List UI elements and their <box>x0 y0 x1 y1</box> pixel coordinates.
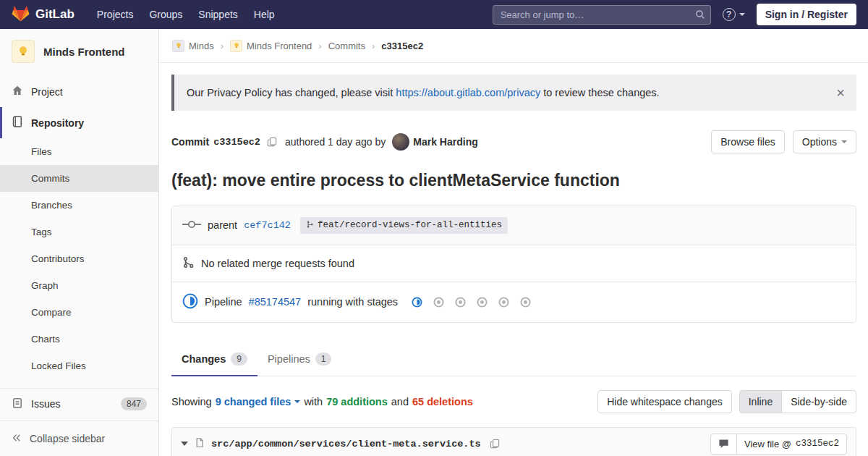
sidebar-item-tags[interactable]: Tags <box>0 219 158 245</box>
sidebar-item-issues[interactable]: Issues 847 <box>0 388 158 419</box>
file-icon <box>195 437 205 450</box>
branch-ref-badge[interactable]: feat/record-views-for-all-entities <box>300 217 508 234</box>
project-name: Minds Frontend <box>43 46 125 58</box>
search-input[interactable] <box>493 5 711 25</box>
file-path-link[interactable]: src/app/common/services/client-meta.serv… <box>211 439 481 449</box>
collapse-label: Collapse sidebar <box>30 433 105 444</box>
project-sidebar: Minds Frontend Project Repository Files … <box>0 29 159 456</box>
breadcrumb-minds[interactable]: Minds <box>172 40 214 52</box>
pipeline-stages <box>412 297 531 308</box>
breadcrumb-minds-frontend[interactable]: Minds Frontend <box>230 40 312 52</box>
sidebar-item-contributors[interactable]: Contributors <box>0 245 158 272</box>
nav-groups[interactable]: Groups <box>141 0 190 29</box>
parent-sha-link[interactable]: cef7c142 <box>244 220 291 231</box>
breadcrumb-label: Minds Frontend <box>247 41 312 51</box>
browse-files-button[interactable]: Browse files <box>711 130 784 153</box>
additions-count: 79 additions <box>326 396 388 408</box>
options-dropdown-button[interactable]: Options <box>793 130 856 153</box>
pipelines-count-badge: 1 <box>315 352 332 366</box>
issues-count-badge: 847 <box>121 397 147 410</box>
author-avatar <box>392 133 409 151</box>
copy-path-button[interactable] <box>488 439 502 449</box>
sidebar-item-branches[interactable]: Branches <box>0 192 158 219</box>
brand-name: GitLab <box>35 7 75 22</box>
tab-pipelines[interactable]: Pipelines 1 <box>258 343 342 376</box>
search-icon <box>695 9 705 22</box>
stage-created-icon[interactable] <box>433 297 444 308</box>
breadcrumb-separator: › <box>318 41 321 51</box>
stage-created-icon[interactable] <box>455 297 466 308</box>
no-merge-requests-text: No related merge requests found <box>201 258 354 269</box>
inline-view-button[interactable]: Inline <box>739 390 782 413</box>
view-file-button[interactable]: View file @ c3315ec2 <box>736 434 847 455</box>
side-by-side-view-button[interactable]: Side-by-side <box>781 390 856 413</box>
commit-tabs: Changes 9 Pipelines 1 <box>171 343 856 376</box>
banner-text: Our Privacy Policy has changed, please v… <box>187 87 396 98</box>
sidebar-item-project[interactable]: Project <box>0 76 158 107</box>
collapse-sidebar-button[interactable]: Collapse sidebar <box>0 421 158 456</box>
tab-changes[interactable]: Changes 9 <box>171 343 258 376</box>
question-icon: ? <box>723 8 736 21</box>
breadcrumb-separator: › <box>372 41 375 51</box>
broadcast-banner: Our Privacy Policy has changed, please v… <box>171 75 856 111</box>
help-menu[interactable]: ? <box>723 8 745 21</box>
privacy-policy-link[interactable]: https://about.gitlab.com/privacy <box>396 87 540 98</box>
pipeline-row: Pipeline #85174547 running with stages <box>172 282 856 322</box>
changed-files-dropdown[interactable]: 9 changed files <box>216 396 301 408</box>
pipeline-running-icon[interactable] <box>182 293 198 311</box>
sidebar-item-label: Project <box>31 86 63 98</box>
hide-whitespace-button[interactable]: Hide whitespace changes <box>597 390 732 413</box>
sidebar-project-header[interactable]: Minds Frontend <box>0 29 158 76</box>
top-navbar: GitLab Projects Groups Snippets Help ? S… <box>0 0 868 29</box>
options-label: Options <box>802 136 837 148</box>
showing-label: Showing <box>171 396 212 408</box>
commit-icon <box>182 219 201 232</box>
file-action-buttons: View file @ c3315ec2 <box>710 434 847 455</box>
sidebar-item-charts[interactable]: Charts <box>0 326 158 352</box>
commit-actions: Browse files Options <box>711 130 856 153</box>
sidebar-item-graph[interactable]: Graph <box>0 272 158 299</box>
parent-label: parent <box>208 219 237 231</box>
collapse-diff-icon[interactable] <box>181 442 188 446</box>
sign-in-button[interactable]: Sign in / Register <box>757 4 856 25</box>
stage-created-icon[interactable] <box>477 297 488 308</box>
stage-created-icon[interactable] <box>520 297 531 308</box>
sidebar-item-repository[interactable]: Repository <box>0 107 158 138</box>
parent-row: parent cef7c142 feat/record-views-for-al… <box>172 206 856 245</box>
copy-sha-button[interactable] <box>265 137 279 147</box>
deletions-count: 65 deletions <box>412 396 473 408</box>
merge-request-icon <box>182 256 195 271</box>
diff-stats-bar: Showing 9 changed files with 79 addition… <box>171 390 856 413</box>
sidebar-item-commits[interactable]: Commits <box>0 165 158 192</box>
nav-projects[interactable]: Projects <box>89 0 142 29</box>
author-name-link[interactable]: Mark Harding <box>413 136 477 148</box>
tab-label: Pipelines <box>268 353 310 365</box>
nav-help[interactable]: Help <box>246 0 283 29</box>
stage-created-icon[interactable] <box>498 297 509 308</box>
breadcrumb-current-sha: c3315ec2 <box>381 41 423 51</box>
home-icon <box>12 85 23 98</box>
pipeline-suffix: running with stages <box>307 296 398 308</box>
group-avatar <box>172 40 184 52</box>
sidebar-item-files[interactable]: Files <box>0 138 158 165</box>
nav-snippets[interactable]: Snippets <box>190 0 245 29</box>
gitlab-logo[interactable]: GitLab <box>12 5 75 25</box>
chevron-down-icon <box>841 140 847 143</box>
changed-files-label: 9 changed files <box>216 396 292 408</box>
search-container <box>493 5 711 25</box>
breadcrumb: Minds › Minds Frontend › Commits › c3315… <box>160 29 868 63</box>
and-label: and <box>391 396 409 408</box>
breadcrumb-commits[interactable]: Commits <box>328 41 365 51</box>
toggle-comments-button[interactable] <box>710 434 737 455</box>
sidebar-item-compare[interactable]: Compare <box>0 299 158 326</box>
changes-count-badge: 9 <box>231 352 247 366</box>
commit-container: Our Privacy Policy has changed, please v… <box>160 63 868 456</box>
sidebar-item-locked-files[interactable]: Locked Files <box>0 352 158 379</box>
double-chevron-left-icon <box>12 433 22 445</box>
tanuki-icon <box>12 5 30 25</box>
banner-text: to review these changes. <box>540 87 659 98</box>
close-icon[interactable]: × <box>836 85 845 100</box>
authored-text: authored 1 day ago by <box>285 136 386 148</box>
pipeline-id-link[interactable]: #85174547 <box>249 296 302 308</box>
stage-running-icon[interactable] <box>412 297 422 308</box>
